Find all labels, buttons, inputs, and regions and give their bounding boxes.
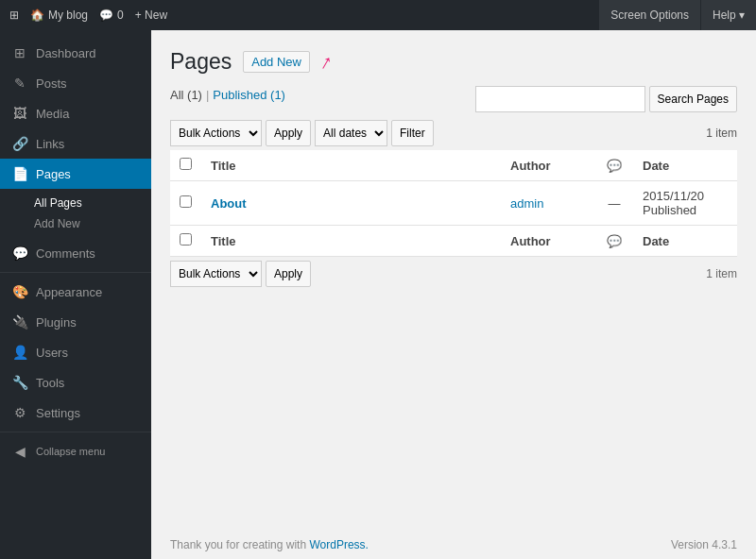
th-title[interactable]: Title	[201, 150, 501, 181]
main-content: Pages Add New ↑ All (1) | Published (1) …	[151, 30, 756, 559]
pages-submenu: All Pages Add New	[0, 189, 151, 238]
collapse-menu-button[interactable]: ◀ Collapse menu	[0, 436, 151, 466]
layout: ⊞ Dashboard ✎ Posts 🖼 Media 🔗 Links 📄 Pa…	[0, 30, 756, 559]
settings-icon: ⚙	[11, 405, 28, 420]
add-new-bar[interactable]: + New	[135, 8, 167, 22]
filter-tabs: All (1) | Published (1)	[170, 88, 285, 102]
th-date[interactable]: Date	[633, 150, 737, 181]
wp-icon: ⊞	[9, 8, 19, 22]
add-new-button[interactable]: Add New	[243, 51, 310, 73]
th-checkbox	[170, 150, 201, 181]
apply-button-top[interactable]: Apply	[266, 120, 311, 146]
posts-icon: ✎	[11, 76, 28, 91]
tfoot-title-th[interactable]: Title	[201, 226, 501, 257]
top-right-bar: Screen Options Help ▾	[598, 0, 756, 30]
arrow-annotation-1: ↑	[317, 50, 336, 74]
footer-version: Version 4.3.1	[671, 538, 737, 551]
search-row: Search Pages	[475, 86, 737, 112]
comment-dash: —	[609, 196, 621, 211]
pages-icon: 📄	[11, 166, 28, 181]
search-pages-button[interactable]: Search Pages	[649, 86, 737, 112]
apply-button-bottom[interactable]: Apply	[266, 261, 311, 287]
comments-count[interactable]: 💬 0	[99, 8, 124, 22]
tab-all[interactable]: All (1)	[170, 88, 202, 102]
toolbar-right: 1 item	[706, 127, 737, 140]
comment-bubble-icon: 💬	[607, 159, 622, 173]
tab-published[interactable]: Published (1)	[213, 88, 285, 102]
sidebar-item-appearance[interactable]: 🎨 Appearance	[0, 277, 151, 307]
sidebar: ⊞ Dashboard ✎ Posts 🖼 Media 🔗 Links 📄 Pa…	[0, 30, 151, 559]
users-icon: 👤	[11, 345, 28, 360]
sidebar-item-pages[interactable]: 📄 Pages	[0, 159, 151, 189]
sidebar-item-dashboard[interactable]: ⊞ Dashboard	[0, 38, 151, 68]
blog-name[interactable]: 🏠 My blog	[30, 8, 88, 22]
collapse-icon: ◀	[11, 444, 28, 459]
sidebar-subitem-all-pages[interactable]: All Pages	[34, 193, 151, 213]
page-title-link[interactable]: About	[211, 196, 247, 211]
pages-table: Title Author 💬 Date	[170, 150, 737, 257]
blog-icon: 🏠	[30, 8, 44, 22]
item-count-top: 1 item	[706, 127, 737, 140]
tfoot-comments-th: 💬	[595, 226, 633, 257]
row-date-cell: 2015/11/20 Published	[633, 181, 737, 226]
screen-options-button[interactable]: Screen Options	[598, 0, 700, 30]
row-checkbox-cell	[170, 181, 201, 226]
table-header-row: Title Author 💬 Date	[170, 150, 737, 181]
row-date: 2015/11/20	[643, 189, 704, 203]
tfoot-date-th[interactable]: Date	[633, 226, 737, 257]
row-comments-cell: —	[595, 181, 633, 226]
page-title: Pages	[170, 49, 232, 75]
row-title-cell: About	[201, 181, 501, 226]
help-button[interactable]: Help ▾	[700, 0, 756, 30]
comment-icon: 💬	[99, 8, 113, 22]
appearance-icon: 🎨	[11, 284, 28, 299]
dashboard-icon: ⊞	[11, 45, 28, 60]
sidebar-divider	[0, 272, 151, 273]
select-all-checkbox[interactable]	[180, 158, 192, 170]
item-count-bottom: 1 item	[706, 267, 737, 280]
footer-left: Thank you for creating with WordPress.	[170, 538, 369, 551]
table-footer-row: Title Author 💬 Date	[170, 226, 737, 257]
sidebar-item-tools[interactable]: 🔧 Tools	[0, 367, 151, 398]
sidebar-item-posts[interactable]: ✎ Posts	[0, 68, 151, 98]
top-toolbar: Bulk Actions Apply All dates Filter 1 it…	[170, 120, 737, 146]
table-row: About admin — 2015/11/20 Published	[170, 181, 737, 226]
page-header: Pages Add New ↑	[170, 49, 737, 75]
wp-logo[interactable]: ⊞	[9, 8, 19, 22]
sidebar-item-media[interactable]: 🖼 Media	[0, 98, 151, 128]
tools-icon: 🔧	[11, 375, 28, 390]
toolbar-left: Bulk Actions Apply All dates Filter	[170, 120, 434, 146]
sidebar-item-settings[interactable]: ⚙ Settings	[0, 398, 151, 428]
tfoot-author-th: Author	[501, 226, 595, 257]
filter-button[interactable]: Filter	[391, 120, 434, 146]
footer: Thank you for creating with WordPress. V…	[151, 531, 756, 559]
plugins-icon: 🔌	[11, 314, 28, 330]
bottom-toolbar-left: Bulk Actions Apply	[170, 261, 311, 287]
bottom-toolbar: Bulk Actions Apply 1 item	[170, 261, 737, 287]
sidebar-item-links[interactable]: 🔗 Links	[0, 128, 151, 159]
sidebar-item-plugins[interactable]: 🔌 Plugins	[0, 307, 151, 337]
media-icon: 🖼	[11, 106, 28, 121]
all-dates-select[interactable]: All dates	[315, 120, 387, 146]
sidebar-item-comments[interactable]: 💬 Comments	[0, 238, 151, 268]
sidebar-subitem-add-new[interactable]: Add New	[34, 213, 151, 234]
wordpress-link[interactable]: WordPress.	[309, 538, 368, 551]
th-author: Author	[501, 150, 595, 181]
row-author-cell: admin	[501, 181, 595, 226]
th-comments: 💬	[595, 150, 633, 181]
links-icon: 🔗	[11, 136, 28, 151]
filter-sep: |	[206, 88, 209, 102]
bulk-actions-select-bottom[interactable]: Bulk Actions	[170, 261, 262, 287]
tfoot-checkbox-th	[170, 226, 201, 257]
author-link[interactable]: admin	[510, 196, 543, 211]
row-status: Published	[643, 203, 696, 217]
select-all-bottom-checkbox[interactable]	[180, 233, 192, 246]
tfoot-comment-icon: 💬	[607, 234, 622, 248]
sidebar-divider-2	[0, 432, 151, 432]
comments-icon: 💬	[11, 246, 28, 261]
search-pages-input[interactable]	[475, 86, 645, 112]
sidebar-item-users[interactable]: 👤 Users	[0, 337, 151, 367]
row-checkbox[interactable]	[180, 195, 192, 208]
bulk-actions-select-top[interactable]: Bulk Actions	[170, 120, 262, 146]
